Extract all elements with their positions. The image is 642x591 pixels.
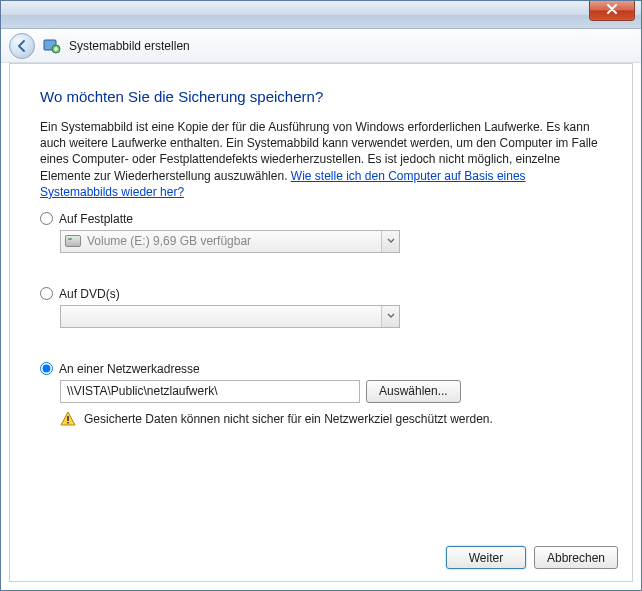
app-icon — [43, 37, 61, 55]
radio-harddisk[interactable] — [40, 212, 53, 225]
chevron-down-icon — [381, 306, 399, 327]
option-network: An einer Netzwerkadresse Auswählen... Ge… — [40, 362, 602, 427]
wizard-header: Systemabbild erstellen — [1, 29, 641, 63]
network-warning: Gesicherte Daten können nicht sicher für… — [60, 411, 602, 427]
warning-icon — [60, 411, 76, 427]
page-description: Ein Systemabbild ist eine Kopie der für … — [40, 119, 602, 200]
cancel-button[interactable]: Abbrechen — [534, 546, 618, 569]
option-dvd: Auf DVD(s) — [40, 287, 602, 328]
harddisk-dropdown-value: Volume (E:) 9,69 GB verfügbar — [87, 234, 251, 248]
radio-network-label: An einer Netzwerkadresse — [59, 362, 200, 376]
radio-network-row[interactable]: An einer Netzwerkadresse — [40, 362, 602, 376]
next-button[interactable]: Weiter — [446, 546, 526, 569]
wizard-footer: Weiter Abbrechen — [10, 536, 632, 581]
header-title: Systemabbild erstellen — [69, 39, 190, 53]
back-button[interactable] — [9, 33, 35, 59]
page-heading: Wo möchten Sie die Sicherung speichern? — [40, 88, 602, 105]
radio-network[interactable] — [40, 362, 53, 375]
drive-icon — [65, 235, 81, 247]
radio-dvd-label: Auf DVD(s) — [59, 287, 120, 301]
radio-dvd[interactable] — [40, 287, 53, 300]
network-path-input[interactable] — [60, 380, 360, 403]
network-warning-text: Gesicherte Daten können nicht sicher für… — [84, 412, 493, 426]
dvd-dropdown[interactable] — [60, 305, 400, 328]
radio-dvd-row[interactable]: Auf DVD(s) — [40, 287, 602, 301]
option-harddisk: Auf Festplatte Volume (E:) 9,69 GB verfü… — [40, 212, 602, 253]
window-titlebar — [1, 1, 641, 29]
radio-harddisk-row[interactable]: Auf Festplatte — [40, 212, 602, 226]
window-close-button[interactable] — [589, 1, 635, 21]
svg-rect-3 — [67, 422, 69, 424]
wizard-content: Wo möchten Sie die Sicherung speichern? … — [9, 63, 633, 582]
back-arrow-icon — [15, 39, 29, 53]
radio-harddisk-label: Auf Festplatte — [59, 212, 133, 226]
harddisk-dropdown[interactable]: Volume (E:) 9,69 GB verfügbar — [60, 230, 400, 253]
close-icon — [606, 4, 618, 14]
chevron-down-icon — [381, 231, 399, 252]
svg-rect-2 — [67, 416, 69, 421]
browse-button[interactable]: Auswählen... — [366, 380, 461, 403]
